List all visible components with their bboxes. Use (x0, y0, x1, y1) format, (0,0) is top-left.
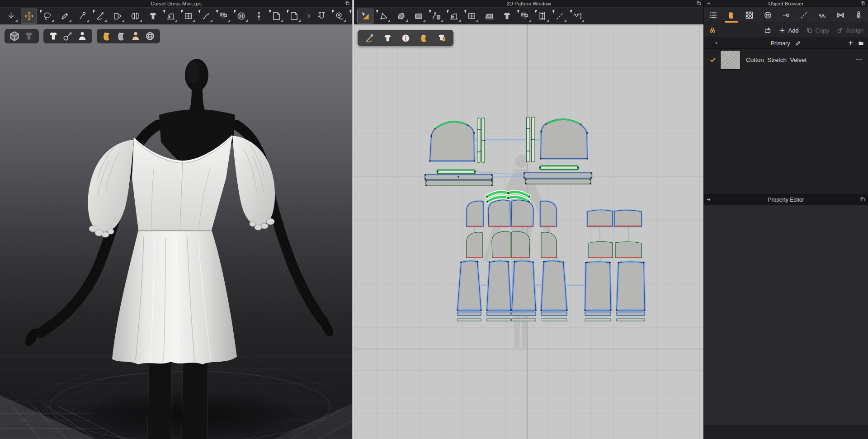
pin-brush-tool[interactable] (57, 9, 72, 23)
flatten-left-tool[interactable] (269, 9, 284, 23)
tape-measure-tool[interactable] (331, 9, 347, 23)
3d-window: Corset Dress Mini.zprj (0, 0, 352, 439)
attach-pin-tool[interactable] (75, 9, 90, 23)
basting-tool[interactable] (552, 9, 567, 23)
2d-canvas[interactable] (354, 24, 703, 439)
texture-roller-tool[interactable] (216, 9, 231, 23)
garment-mesh-tool[interactable] (23, 30, 35, 42)
steam-iron-tool[interactable] (481, 9, 497, 23)
assign-button[interactable]: Assign (836, 27, 863, 34)
show-group (43, 29, 92, 43)
rectangle-pattern-tool[interactable] (411, 9, 426, 23)
select-lasso-tool[interactable] (39, 9, 55, 23)
tuck-shirt-tool[interactable] (499, 9, 514, 23)
3d-viewport[interactable] (0, 24, 352, 439)
flip-garment-tool[interactable] (127, 9, 143, 23)
lock-pattern-tool[interactable] (435, 32, 448, 44)
needle-icon (95, 11, 105, 21)
flatten-right-tool[interactable] (286, 9, 302, 23)
collapse-panel-icon[interactable] (706, 1, 711, 6)
segment-sewing-tool[interactable] (446, 9, 462, 23)
show-environment-tool[interactable] (144, 30, 156, 42)
collapse-panel-icon[interactable] (706, 197, 712, 203)
physics-icon[interactable] (708, 26, 717, 34)
object-browser-actions: Add Copy Assign (704, 23, 868, 38)
property-editor-header[interactable]: Property Editor (704, 194, 868, 205)
tab-fabric[interactable] (722, 7, 740, 23)
folder-icon[interactable] (858, 39, 864, 46)
panel-divider[interactable] (352, 0, 354, 439)
simulate-tool[interactable] (3, 9, 19, 23)
fabric-thick-tool[interactable] (100, 30, 113, 42)
checker-icon (745, 10, 754, 20)
trace-pattern-tool[interactable] (429, 9, 444, 23)
show-garment-tool[interactable] (47, 30, 60, 42)
show-pins-tool[interactable] (61, 30, 74, 42)
fabric-list: Cotton_Stretch_Velvet (704, 49, 868, 194)
fold-arrangement-tool[interactable] (110, 9, 125, 23)
tab-shirring[interactable] (813, 7, 831, 23)
edit-curve-tool[interactable] (198, 9, 213, 23)
tab-texture[interactable] (741, 7, 759, 23)
dashed-icon (799, 10, 809, 20)
segment-sewing-3d-tool[interactable] (163, 9, 178, 23)
tab-basting[interactable] (795, 7, 813, 23)
pleats-tool[interactable] (534, 9, 550, 23)
primary-section-header[interactable]: Primary (704, 38, 868, 49)
polygon-pattern-tool[interactable] (393, 9, 409, 23)
free-sewing-tool[interactable] (464, 9, 479, 23)
open-library-button[interactable] (764, 27, 771, 34)
copy-button[interactable]: Copy (806, 27, 829, 34)
select-move-tool[interactable] (21, 9, 37, 24)
float-window-icon[interactable] (345, 1, 350, 6)
fabric-thumbnail[interactable] (720, 50, 741, 70)
show-avatar-tool[interactable] (76, 30, 89, 42)
tab-zipper[interactable] (850, 7, 868, 23)
tab-button[interactable] (759, 7, 777, 23)
pattern-pieces[interactable] (425, 117, 645, 321)
globe-icon (146, 32, 155, 41)
fabric-list-item[interactable]: Cotton_Stretch_Velvet (704, 49, 868, 71)
float-window-icon[interactable] (861, 1, 866, 6)
edit-pencil-icon[interactable] (795, 40, 802, 47)
property-editor-title: Property Editor (768, 197, 804, 203)
3d-view-toggles (5, 29, 160, 43)
machine-icon (165, 11, 176, 21)
tab-trim[interactable] (831, 7, 849, 23)
render-style-tool[interactable] (8, 30, 21, 42)
button-tool-tool[interactable] (233, 9, 249, 23)
window-icon (467, 11, 477, 21)
edit-pattern-tool[interactable] (376, 9, 391, 23)
add-label: Add (788, 27, 798, 34)
transform-pattern-tool[interactable] (357, 9, 373, 24)
fit-garment-tool[interactable] (145, 9, 160, 23)
tab-scene-list[interactable] (704, 7, 722, 23)
float-window-icon[interactable] (860, 197, 865, 202)
clamp-tool-tool[interactable] (314, 9, 329, 23)
machine-icon (449, 11, 459, 21)
fabric-view-tool[interactable] (417, 32, 430, 44)
tab-pin[interactable] (777, 7, 795, 23)
add-button[interactable]: Add (778, 27, 798, 34)
more-tools-tool[interactable] (304, 9, 311, 23)
show-shirt-tool[interactable] (381, 32, 394, 44)
needle-thread-tool[interactable] (363, 32, 376, 44)
zipper-tool-tool[interactable] (251, 9, 266, 23)
sewing-window-tool[interactable] (180, 9, 196, 23)
chevron-down-icon[interactable] (714, 41, 719, 46)
object-browser: Object Browser Add Copy Assign Primary (703, 0, 868, 439)
3d-scene (0, 24, 352, 439)
dress-3d[interactable] (88, 136, 275, 364)
fabric-thin-tool[interactable] (115, 30, 127, 42)
avatar-skin-tool[interactable] (129, 30, 142, 42)
float-window-icon[interactable] (696, 1, 701, 6)
pattern-texture-tool[interactable] (517, 9, 532, 23)
pattern-pieces-svg[interactable] (354, 24, 703, 439)
needle-tool[interactable] (92, 9, 108, 23)
shirring-tool[interactable] (570, 9, 585, 23)
shirring2-icon (818, 10, 827, 20)
shirt-icon (502, 11, 512, 21)
add-item-icon[interactable] (847, 39, 854, 46)
pattern-info-tool[interactable] (399, 32, 412, 44)
more-options-icon[interactable] (855, 56, 863, 63)
